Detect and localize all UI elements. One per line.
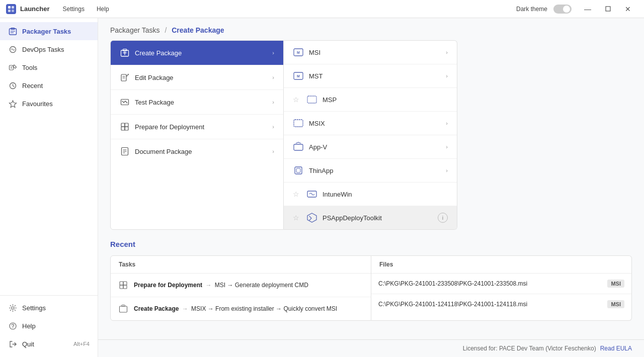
recent-task-row-1[interactable]: Prepare for Deployment → MSI → Generate … (111, 274, 371, 297)
cards-area: Create Package › (98, 40, 644, 230)
recent-tasks-header: Tasks (111, 256, 371, 274)
recent-file-row-1[interactable]: C:\PKG\PKG-241001-233508\PKG-241001-2335… (371, 274, 631, 294)
sidebar-item-packager-tasks[interactable]: Packager Tasks (0, 22, 98, 40)
sidebar-item-settings[interactable]: Settings (0, 299, 98, 317)
format-item-intunewin[interactable]: ☆ IntuneWin (284, 183, 457, 206)
svg-rect-49 (120, 306, 127, 312)
format-item-appv[interactable]: App-V › (284, 135, 457, 159)
menu-item-edit-package-label: Edit Package (135, 74, 174, 81)
tools-icon (8, 63, 17, 72)
format-label-msi: MSI (309, 49, 320, 56)
dark-theme-toggle[interactable] (553, 5, 572, 14)
settings-icon (8, 303, 17, 312)
recent-task-2-text: Create Package → MSIX → From existing in… (134, 305, 364, 312)
prepare-deployment-icon (120, 122, 130, 132)
maximize-button[interactable] (598, 2, 618, 17)
appv-chevron: › (446, 144, 448, 150)
format-item-msp-left: ☆ MSP (293, 94, 337, 105)
sidebar: Packager Tasks DevOps Tasks Tools (0, 18, 98, 357)
document-package-chevron: › (272, 148, 274, 154)
format-item-msp[interactable]: ☆ MSP (284, 88, 457, 112)
recent-tasks: Tasks Prepare for Deployment (110, 255, 371, 321)
recent-icon (8, 81, 17, 90)
sidebar-item-recent[interactable]: Recent (0, 76, 98, 95)
sidebar-label-tools: Tools (22, 64, 37, 71)
app-logo (6, 4, 16, 14)
sidebar-label-settings: Settings (22, 304, 46, 312)
recent-task-1-text: Prepare for Deployment → MSI → Generate … (134, 282, 364, 289)
footer: Licensed for: PACE Dev Team (Victor Fesc… (98, 339, 644, 357)
recent-file-row-2[interactable]: C:\PKG\PKG-241001-124118\PKG-241001-1241… (371, 294, 631, 314)
svg-rect-26 (121, 100, 129, 105)
psappdeploytoolkit-info[interactable]: i (438, 213, 448, 223)
titlebar-menu: Settings Help (58, 4, 114, 15)
svg-rect-1 (12, 6, 14, 9)
menu-item-test-package[interactable]: Test Package › (111, 90, 283, 115)
msp-icon (306, 94, 317, 105)
sidebar-quit[interactable]: Quit Alt+F4 (0, 335, 98, 353)
sidebar-item-tools[interactable]: Tools (0, 58, 98, 76)
svg-rect-40 (294, 120, 303, 127)
svg-rect-0 (8, 6, 11, 9)
format-label-msp: MSP (323, 96, 337, 104)
quit-icon (8, 339, 17, 348)
sidebar-quit-label: Quit (22, 340, 34, 348)
menu-item-prepare-deployment[interactable]: Prepare for Deployment › (111, 115, 283, 139)
sidebar-item-favourites[interactable]: Favourites (0, 95, 98, 113)
menu-help[interactable]: Help (92, 4, 114, 15)
format-item-thinapp-left: ThinApp (293, 165, 333, 176)
format-item-mst[interactable]: M MST › (284, 64, 457, 88)
minimize-button[interactable]: — (578, 2, 598, 17)
svg-rect-27 (121, 123, 125, 127)
format-label-msix: MSIX (309, 120, 325, 127)
recent-files-header: Files (371, 256, 631, 274)
format-item-intunewin-left: ☆ IntuneWin (293, 189, 352, 200)
svg-rect-4 (606, 7, 610, 11)
appv-icon (293, 141, 304, 152)
menu-item-document-package-left: Document Package (120, 146, 192, 156)
thinapp-icon (293, 165, 304, 176)
main-layout: Packager Tasks DevOps Tasks Tools (0, 18, 644, 357)
msp-star[interactable]: ☆ (293, 96, 299, 104)
menu-item-document-package[interactable]: Document Package › (111, 139, 283, 163)
mst-icon: M (293, 70, 304, 81)
recent-file-1-path: C:\PKG\PKG-241001-233508\PKG-241001-2335… (378, 280, 603, 287)
format-label-intunewin: IntuneWin (323, 191, 352, 198)
sidebar-item-help[interactable]: Help (0, 317, 98, 335)
packager-tasks-icon (8, 27, 17, 36)
footer-eula-link[interactable]: Read EULA (600, 345, 632, 352)
svg-marker-14 (9, 101, 16, 108)
recent-file-2-badge: MSI (607, 300, 624, 308)
svg-rect-39 (307, 96, 316, 103)
format-item-msi[interactable]: M MSI › (284, 41, 457, 64)
main-content: Packager Tasks / Create Package (98, 18, 644, 357)
close-button[interactable]: ✕ (618, 2, 638, 17)
format-item-appv-left: App-V (293, 141, 327, 152)
menu-settings[interactable]: Settings (58, 4, 90, 15)
format-item-msix-left: MSIX (293, 118, 325, 129)
intunewin-icon (306, 189, 317, 200)
window-controls: — ✕ (578, 2, 638, 17)
svg-rect-50 (122, 305, 125, 307)
format-item-msix[interactable]: MSIX › (284, 112, 457, 135)
breadcrumb-parent[interactable]: Packager Tasks (110, 26, 160, 34)
intunewin-star[interactable]: ☆ (293, 190, 299, 198)
recent-task-row-2[interactable]: Create Package → MSIX → From existing in… (111, 297, 371, 320)
menu-item-edit-package[interactable]: Edit Package › (111, 65, 283, 90)
format-item-thinapp[interactable]: ThinApp › (284, 159, 457, 183)
titlebar-left: Launcher Settings Help (6, 4, 114, 15)
sidebar-label-packager-tasks: Packager Tasks (22, 28, 71, 35)
svg-rect-29 (121, 127, 125, 130)
breadcrumb: Packager Tasks / Create Package (98, 18, 644, 40)
sidebar-item-devops-tasks[interactable]: DevOps Tasks (0, 40, 98, 58)
psappdeploytoolkit-star[interactable]: ☆ (293, 214, 299, 222)
recent-task-1-icon (118, 280, 129, 291)
test-package-icon (120, 97, 130, 107)
recent-task-1-path: MSI → Generate deployment CMD (215, 282, 308, 289)
favourites-icon (8, 99, 17, 108)
breadcrumb-separator: / (165, 26, 167, 34)
sidebar-label-help: Help (22, 322, 36, 330)
menu-item-create-package[interactable]: Create Package › (111, 41, 283, 65)
format-item-psappdeploytoolkit[interactable]: ☆ PSAppDeployToolkit i (284, 206, 457, 229)
titlebar-right: Dark theme — ✕ (516, 2, 638, 17)
